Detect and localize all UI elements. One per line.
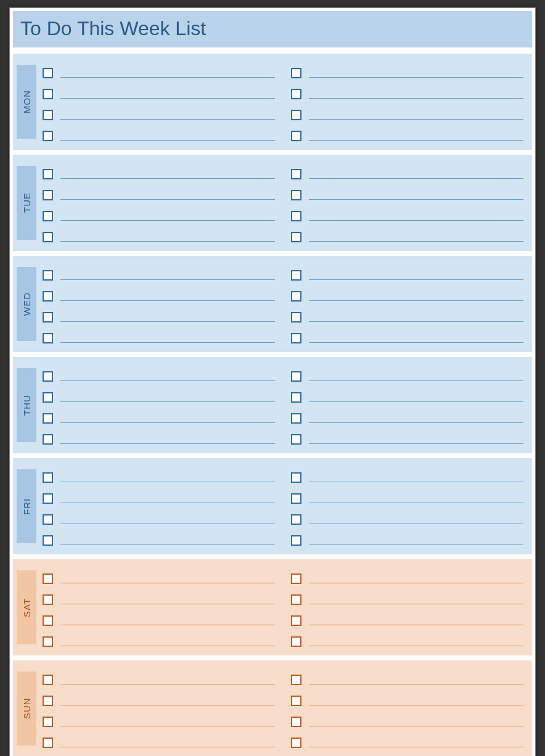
write-line[interactable] — [309, 380, 523, 381]
checkbox[interactable] — [43, 594, 53, 605]
write-line[interactable] — [60, 300, 275, 301]
write-line[interactable] — [309, 625, 523, 625]
checkbox[interactable] — [43, 738, 53, 748]
write-line[interactable] — [60, 726, 275, 726]
write-line[interactable] — [60, 503, 275, 503]
checkbox[interactable] — [43, 514, 53, 525]
checkbox[interactable] — [291, 413, 301, 424]
checkbox[interactable] — [43, 270, 53, 281]
checkbox[interactable] — [43, 232, 53, 242]
write-line[interactable] — [60, 119, 275, 120]
checkbox[interactable] — [291, 717, 301, 727]
checkbox[interactable] — [291, 535, 301, 546]
write-line[interactable] — [60, 140, 275, 141]
checkbox[interactable] — [43, 211, 53, 221]
write-line[interactable] — [309, 178, 523, 179]
checkbox[interactable] — [43, 696, 53, 706]
checkbox[interactable] — [43, 392, 53, 403]
checkbox[interactable] — [43, 615, 53, 626]
checkbox[interactable] — [291, 312, 301, 323]
checkbox[interactable] — [291, 615, 301, 626]
write-line[interactable] — [309, 98, 523, 99]
write-line[interactable] — [60, 401, 275, 402]
checkbox[interactable] — [291, 493, 301, 504]
write-line[interactable] — [60, 482, 275, 482]
write-line[interactable] — [309, 342, 523, 343]
write-line[interactable] — [60, 583, 275, 583]
write-line[interactable] — [309, 583, 523, 583]
write-line[interactable] — [309, 524, 523, 524]
write-line[interactable] — [60, 524, 275, 524]
checkbox[interactable] — [43, 675, 53, 685]
checkbox[interactable] — [291, 573, 301, 584]
write-line[interactable] — [309, 503, 523, 503]
write-line[interactable] — [60, 747, 275, 747]
write-line[interactable] — [309, 544, 523, 545]
write-line[interactable] — [309, 726, 523, 726]
write-line[interactable] — [309, 482, 523, 482]
write-line[interactable] — [60, 684, 275, 684]
write-line[interactable] — [309, 321, 523, 322]
checkbox[interactable] — [43, 413, 53, 424]
write-line[interactable] — [60, 705, 275, 705]
write-line[interactable] — [309, 604, 523, 604]
checkbox[interactable] — [291, 291, 301, 302]
checkbox[interactable] — [291, 594, 301, 605]
checkbox[interactable] — [291, 675, 301, 685]
checkbox[interactable] — [291, 131, 301, 141]
write-line[interactable] — [60, 380, 275, 381]
checkbox[interactable] — [291, 434, 301, 445]
write-line[interactable] — [60, 443, 275, 444]
write-line[interactable] — [309, 300, 523, 301]
checkbox[interactable] — [291, 636, 301, 647]
checkbox[interactable] — [291, 333, 301, 343]
write-line[interactable] — [309, 199, 523, 200]
write-line[interactable] — [60, 604, 275, 604]
checkbox[interactable] — [43, 312, 53, 323]
checkbox[interactable] — [291, 514, 301, 525]
checkbox[interactable] — [43, 493, 53, 504]
write-line[interactable] — [309, 443, 523, 444]
write-line[interactable] — [309, 140, 523, 141]
write-line[interactable] — [60, 220, 275, 221]
checkbox[interactable] — [43, 190, 53, 200]
checkbox[interactable] — [43, 535, 53, 546]
checkbox[interactable] — [291, 190, 301, 200]
checkbox[interactable] — [291, 68, 301, 78]
checkbox[interactable] — [43, 371, 53, 382]
checkbox[interactable] — [43, 717, 53, 727]
write-line[interactable] — [60, 199, 275, 200]
checkbox[interactable] — [43, 636, 53, 647]
write-line[interactable] — [309, 77, 523, 78]
checkbox[interactable] — [291, 110, 301, 120]
checkbox[interactable] — [291, 392, 301, 403]
write-line[interactable] — [309, 646, 523, 646]
write-line[interactable] — [60, 98, 275, 99]
checkbox[interactable] — [43, 68, 53, 78]
checkbox[interactable] — [43, 89, 53, 99]
checkbox[interactable] — [43, 131, 53, 141]
write-line[interactable] — [60, 342, 275, 343]
checkbox[interactable] — [291, 371, 301, 382]
write-line[interactable] — [60, 178, 275, 179]
write-line[interactable] — [309, 422, 523, 423]
checkbox[interactable] — [43, 333, 53, 343]
checkbox[interactable] — [291, 738, 301, 748]
write-line[interactable] — [309, 684, 523, 684]
write-line[interactable] — [309, 220, 523, 221]
write-line[interactable] — [309, 279, 523, 280]
checkbox[interactable] — [43, 573, 53, 584]
checkbox[interactable] — [291, 169, 301, 179]
checkbox[interactable] — [43, 110, 53, 120]
write-line[interactable] — [309, 401, 523, 402]
checkbox[interactable] — [291, 89, 301, 99]
checkbox[interactable] — [291, 211, 301, 221]
write-line[interactable] — [60, 422, 275, 423]
checkbox[interactable] — [43, 434, 53, 445]
checkbox[interactable] — [291, 270, 301, 281]
write-line[interactable] — [60, 625, 275, 625]
write-line[interactable] — [60, 279, 275, 280]
write-line[interactable] — [309, 119, 523, 120]
write-line[interactable] — [309, 241, 523, 242]
checkbox[interactable] — [43, 169, 53, 179]
